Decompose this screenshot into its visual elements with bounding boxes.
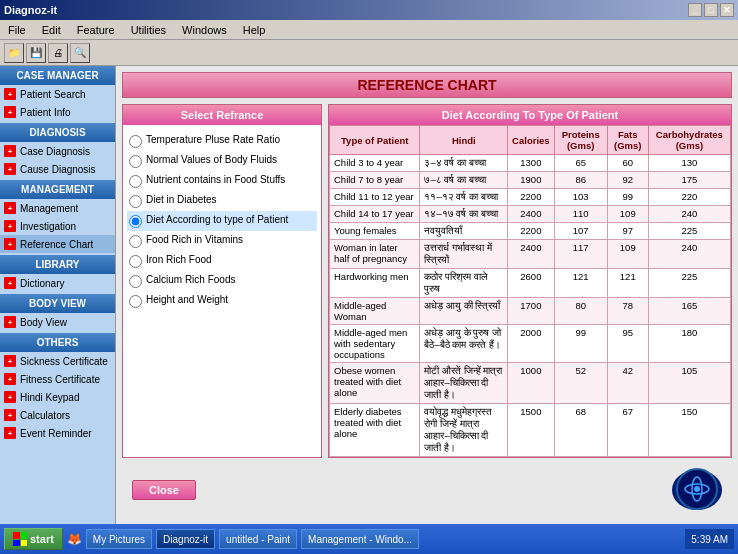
sidebar-item-calculators[interactable]: + Calculators	[0, 406, 115, 424]
sidebar-label-patient-info: Patient Info	[20, 107, 71, 118]
diet-cell-type: Middle-aged Woman	[330, 298, 420, 325]
sidebar-item-event-reminder[interactable]: + Event Reminder	[0, 424, 115, 442]
investigation-icon: +	[4, 220, 16, 232]
sidebar-item-cause-diagnosis[interactable]: + Cause Diagnosis	[0, 160, 115, 178]
sidebar-label-dictionary: Dictionary	[20, 278, 64, 289]
fitness-icon: +	[4, 373, 16, 385]
taskbar-item-management[interactable]: Management - Windo...	[301, 529, 419, 549]
close-window-button[interactable]: ✕	[720, 3, 734, 17]
sidebar-item-management[interactable]: + Management	[0, 199, 115, 217]
menu-file[interactable]: File	[4, 22, 30, 38]
minimize-button[interactable]: _	[688, 3, 702, 17]
menu-windows[interactable]: Windows	[178, 22, 231, 38]
diet-cell-fats: 67	[607, 404, 648, 457]
diet-cell-carbs: 150	[648, 404, 730, 457]
title-bar-buttons: _ □ ✕	[688, 3, 734, 17]
sidebar: CASE MANAGER + Patient Search + Patient …	[0, 66, 116, 524]
sidebar-label-hindi-keypad: Hindi Keypad	[20, 392, 79, 403]
refrance-radio-5[interactable]	[129, 215, 142, 228]
diet-cell-type: Hardworking men	[330, 269, 420, 298]
diet-cell-hindi: ११–१२ वर्ष का बच्चा	[420, 189, 508, 206]
refrance-radio-1[interactable]	[129, 135, 142, 148]
diet-cell-type: Child 14 to 17 year	[330, 206, 420, 223]
refrance-label-8: Calcium Rich Foods	[146, 274, 235, 285]
refrance-radio-2[interactable]	[129, 155, 142, 168]
sidebar-label-investigation: Investigation	[20, 221, 76, 232]
diet-cell-fats: 95	[607, 325, 648, 363]
sidebar-label-patient-search: Patient Search	[20, 89, 86, 100]
sidebar-item-sickness[interactable]: + Sickness Certificate	[0, 352, 115, 370]
diet-cell-calories: 1700	[508, 298, 555, 325]
patient-info-icon: +	[4, 106, 16, 118]
toolbar: 📁 💾 🖨 🔍	[0, 40, 738, 66]
diet-cell-calories: 2200	[508, 189, 555, 206]
refrance-item-7[interactable]: Iron Rich Food	[127, 251, 317, 271]
diet-cell-hindi: उत्तरार्ध गर्भावस्था में स्त्रियों	[420, 240, 508, 269]
refrance-item-5[interactable]: Diet According to type of Patient	[127, 211, 317, 231]
sidebar-section-others: OTHERS + Sickness Certificate + Fitness …	[0, 333, 115, 442]
reference-chart-icon: +	[4, 238, 16, 250]
taskbar-item-paint[interactable]: untitled - Paint	[219, 529, 297, 549]
sidebar-item-patient-search[interactable]: + Patient Search	[0, 85, 115, 103]
diet-cell-hindi: मोटी औरतें जिन्हें मात्रा आहार–चिकित्सा …	[420, 363, 508, 404]
refrance-item-1[interactable]: Temperature Pluse Rate Ratio	[127, 131, 317, 151]
menu-utilities[interactable]: Utilities	[127, 22, 170, 38]
refrance-item-4[interactable]: Diet in Diabetes	[127, 191, 317, 211]
toolbar-btn-1[interactable]: 📁	[4, 43, 24, 63]
content-title: REFERENCE CHART	[122, 72, 732, 98]
sidebar-item-fitness[interactable]: + Fitness Certificate	[0, 370, 115, 388]
refrance-item-2[interactable]: Normal Values of Body Fluids	[127, 151, 317, 171]
diet-table-row: Child 14 to 17 year १४–१७ वर्ष का बच्चा …	[330, 206, 731, 223]
diet-cell-carbs: 130	[648, 155, 730, 172]
refrance-radio-3[interactable]	[129, 175, 142, 188]
diet-table: Type of Patient Hindi Calories Proteins …	[329, 125, 731, 457]
taskbar-item-pictures[interactable]: My Pictures	[86, 529, 152, 549]
diet-table-row: Middle-aged Woman अधेड़ आयु की स्त्रियाँ…	[330, 298, 731, 325]
toolbar-btn-2[interactable]: 💾	[26, 43, 46, 63]
sidebar-section-body-view: BODY VIEW + Body View	[0, 294, 115, 331]
sidebar-item-investigation[interactable]: + Investigation	[0, 217, 115, 235]
refrance-radio-7[interactable]	[129, 255, 142, 268]
col-proteins: Proteins (Gms)	[554, 126, 607, 155]
refrance-radio-8[interactable]	[129, 275, 142, 288]
diet-cell-calories: 2000	[508, 325, 555, 363]
toolbar-btn-3[interactable]: 🖨	[48, 43, 68, 63]
title-bar: Diagnoz-it _ □ ✕	[0, 0, 738, 20]
menu-help[interactable]: Help	[239, 22, 270, 38]
diet-cell-fats: 42	[607, 363, 648, 404]
sidebar-item-hindi-keypad[interactable]: + Hindi Keypad	[0, 388, 115, 406]
refrance-label-3: Nutrient contains in Food Stuffs	[146, 174, 285, 185]
diet-cell-carbs: 180	[648, 325, 730, 363]
toolbar-btn-4[interactable]: 🔍	[70, 43, 90, 63]
diet-table-row: Elderly diabetes treated with diet alone…	[330, 404, 731, 457]
sidebar-label-reference-chart: Reference Chart	[20, 239, 93, 250]
diet-cell-proteins: 103	[554, 189, 607, 206]
sidebar-item-reference-chart[interactable]: + Reference Chart	[0, 235, 115, 253]
diet-cell-proteins: 117	[554, 240, 607, 269]
taskbar-item-diagnoz[interactable]: Diagnoz-it	[156, 529, 215, 549]
refrance-radio-9[interactable]	[129, 295, 142, 308]
sickness-icon: +	[4, 355, 16, 367]
refrance-radio-6[interactable]	[129, 235, 142, 248]
content-area: REFERENCE CHART Select Refrance Temperat…	[116, 66, 738, 524]
diet-cell-calories: 1900	[508, 172, 555, 189]
close-button[interactable]: Close	[132, 480, 196, 500]
dictionary-icon: +	[4, 277, 16, 289]
refrance-item-3[interactable]: Nutrient contains in Food Stuffs	[127, 171, 317, 191]
menu-edit[interactable]: Edit	[38, 22, 65, 38]
menu-feature[interactable]: Feature	[73, 22, 119, 38]
refrance-item-9[interactable]: Height and Weight	[127, 291, 317, 311]
refrance-item-6[interactable]: Food Rich in Vitamins	[127, 231, 317, 251]
start-button[interactable]: start	[4, 528, 63, 550]
refrance-radio-4[interactable]	[129, 195, 142, 208]
maximize-button[interactable]: □	[704, 3, 718, 17]
sidebar-item-patient-info[interactable]: + Patient Info	[0, 103, 115, 121]
refrance-label-9: Height and Weight	[146, 294, 228, 305]
sidebar-item-case-diagnosis[interactable]: + Case Diagnosis	[0, 142, 115, 160]
diet-cell-hindi: १४–१७ वर्ष का बच्चा	[420, 206, 508, 223]
diet-cell-calories: 2600	[508, 269, 555, 298]
sidebar-item-dictionary[interactable]: + Dictionary	[0, 274, 115, 292]
refrance-item-8[interactable]: Calcium Rich Foods	[127, 271, 317, 291]
sidebar-item-body-view[interactable]: + Body View	[0, 313, 115, 331]
diet-cell-proteins: 99	[554, 325, 607, 363]
